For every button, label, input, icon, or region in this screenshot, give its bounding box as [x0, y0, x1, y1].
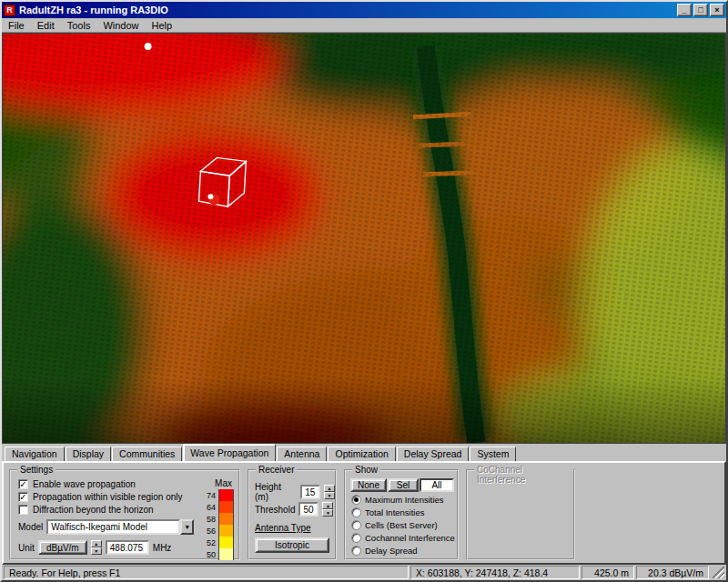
window-title: RadultZH ra3 - running RA3DIO: [19, 5, 677, 15]
transmitter-dot-marker[interactable]: [145, 43, 152, 50]
tab-communities[interactable]: Communities: [112, 447, 182, 461]
frequency-spinner[interactable]: ▲ ▼: [91, 540, 102, 555]
show-all-button[interactable]: All: [420, 478, 454, 492]
delay-spread-label: Delay Spread: [365, 546, 418, 556]
legend-swatch: [218, 513, 234, 525]
status-altitude: 425.0 m: [581, 566, 634, 579]
spin-down-icon[interactable]: ▼: [91, 547, 102, 555]
isotropic-button[interactable]: Isotropic: [255, 537, 329, 553]
show-group: Show None Sel All Maximum Intensities To…: [344, 469, 459, 560]
unit-button[interactable]: dBµV/m: [38, 540, 87, 555]
legend-swatch: [218, 525, 234, 537]
height-spinner[interactable]: ▲ ▼: [324, 485, 335, 499]
receiver-group: Receiver Height (m) 15 ▲ ▼ Threshold 50 …: [248, 469, 337, 560]
diffraction-horizon-checkbox[interactable]: [18, 505, 28, 515]
threshold-spinner[interactable]: ▲ ▼: [322, 502, 333, 517]
legend-value: 58: [202, 515, 218, 524]
minimize-button[interactable]: _: [677, 4, 692, 16]
legend-value: 52: [202, 538, 218, 547]
spin-down-icon[interactable]: ▼: [324, 492, 335, 499]
legend-header: Max: [196, 478, 234, 488]
antenna-type-label: Antenna Type: [255, 523, 311, 533]
close-button[interactable]: ×: [710, 4, 724, 16]
chevron-down-icon[interactable]: ▼: [180, 519, 194, 535]
enable-wave-propagation-label: Enable wave propagation: [33, 479, 136, 489]
show-sel-button[interactable]: Sel: [388, 478, 419, 492]
tab-display[interactable]: Display: [66, 447, 111, 461]
maximize-icon: □: [698, 6, 703, 15]
cochannel-group-title: CoChannel Interference: [474, 465, 573, 485]
unit-label: Unit: [18, 543, 35, 553]
cochannel-interference-radio[interactable]: [351, 533, 361, 543]
tab-navigation[interactable]: Navigation: [5, 447, 65, 461]
legend-swatch: [218, 548, 234, 560]
legend-value: 74: [202, 491, 218, 500]
tab-wave-propagation[interactable]: Wave Propagation: [183, 444, 276, 461]
minimize-icon: _: [682, 6, 686, 15]
receiver-group-title: Receiver: [256, 465, 297, 475]
enable-wave-propagation-checkbox[interactable]: ✓: [18, 479, 28, 489]
model-value: Walfisch-Ikegami Model: [46, 519, 180, 535]
tab-system[interactable]: System: [470, 447, 516, 461]
app-window: R RadultZH ra3 - running RA3DIO _ □ × Fi…: [0, 0, 728, 582]
title-bar[interactable]: R RadultZH ra3 - running RA3DIO _ □ ×: [2, 2, 726, 18]
propagation-visible-region-label: Propagation within visible region only: [33, 492, 183, 502]
cells-best-server-radio[interactable]: [351, 520, 361, 530]
maximum-intensities-label: Maximum Intensities: [365, 495, 444, 505]
model-label: Model: [18, 522, 43, 532]
3d-city-viewport[interactable]: [2, 33, 726, 444]
status-signal-level: 20.3 dBµV/m: [636, 566, 709, 579]
spin-up-icon[interactable]: ▲: [322, 502, 333, 509]
threshold-field[interactable]: 50: [298, 502, 318, 517]
intensity-legend: Max 74 64 58 56 52 50: [196, 478, 234, 560]
show-group-title: Show: [352, 465, 380, 475]
maximize-button[interactable]: □: [693, 4, 708, 16]
threshold-label: Threshold: [255, 505, 295, 515]
status-bar: Ready. For Help, press F1 X: 603188, Y: …: [2, 565, 726, 580]
menu-tools[interactable]: Tools: [61, 19, 97, 32]
cells-best-server-label: Cells (Best Server): [365, 520, 438, 530]
menu-edit[interactable]: Edit: [31, 19, 61, 32]
close-icon: ×: [714, 6, 719, 15]
model-dropdown[interactable]: Walfisch-Ikegami Model ▼: [46, 519, 194, 535]
settings-group: Settings ✓ Enable wave propagation ✓ Pro…: [9, 469, 240, 560]
tab-antenna[interactable]: Antenna: [277, 447, 327, 461]
total-intensities-label: Total Intensities: [365, 507, 424, 517]
status-help-text: Ready. For Help, press F1: [4, 566, 409, 579]
frequency-field[interactable]: 488.075: [106, 540, 149, 555]
total-intensities-radio[interactable]: [351, 507, 361, 517]
propagation-heatmap: [3, 34, 725, 443]
tab-optimization[interactable]: Optimization: [328, 447, 395, 461]
resize-grip[interactable]: [713, 567, 724, 578]
status-coordinates: X: 603188, Y: 247418, Z: 418.4: [410, 566, 580, 579]
show-none-button[interactable]: None: [350, 478, 387, 492]
legend-swatch: [218, 537, 234, 548]
spin-up-icon[interactable]: ▲: [91, 540, 102, 547]
legend-value: 50: [202, 550, 218, 559]
maximum-intensities-radio[interactable]: [351, 495, 361, 505]
legend-value: 56: [202, 527, 218, 536]
height-label: Height (m): [255, 482, 297, 502]
propagation-visible-region-checkbox[interactable]: ✓: [18, 492, 28, 502]
height-field[interactable]: 15: [300, 485, 320, 499]
legend-swatch: [218, 489, 234, 501]
legend-value: 64: [202, 503, 218, 512]
legend-swatch: [218, 501, 234, 513]
cochannel-interference-group: CoChannel Interference: [466, 469, 575, 560]
menu-window[interactable]: Window: [96, 19, 145, 32]
menu-bar: File Edit Tools Window Help: [2, 18, 726, 33]
wave-propagation-panel: Settings ✓ Enable wave propagation ✓ Pro…: [2, 461, 726, 565]
settings-group-title: Settings: [17, 465, 56, 475]
menu-file[interactable]: File: [2, 19, 31, 32]
cochannel-interference-label: Cochannel Interference: [365, 533, 455, 543]
diffraction-horizon-label: Diffraction beyond the horizon: [33, 505, 154, 515]
spin-up-icon[interactable]: ▲: [324, 485, 335, 492]
menu-help[interactable]: Help: [146, 19, 179, 32]
tab-delay-spread[interactable]: Delay Spread: [397, 447, 470, 461]
tab-strip: Navigation Display Communities Wave Prop…: [2, 444, 726, 461]
spin-down-icon[interactable]: ▼: [322, 509, 333, 517]
delay-spread-radio[interactable]: [351, 546, 361, 556]
app-icon: R: [4, 5, 15, 16]
frequency-unit-label: MHz: [153, 543, 172, 553]
